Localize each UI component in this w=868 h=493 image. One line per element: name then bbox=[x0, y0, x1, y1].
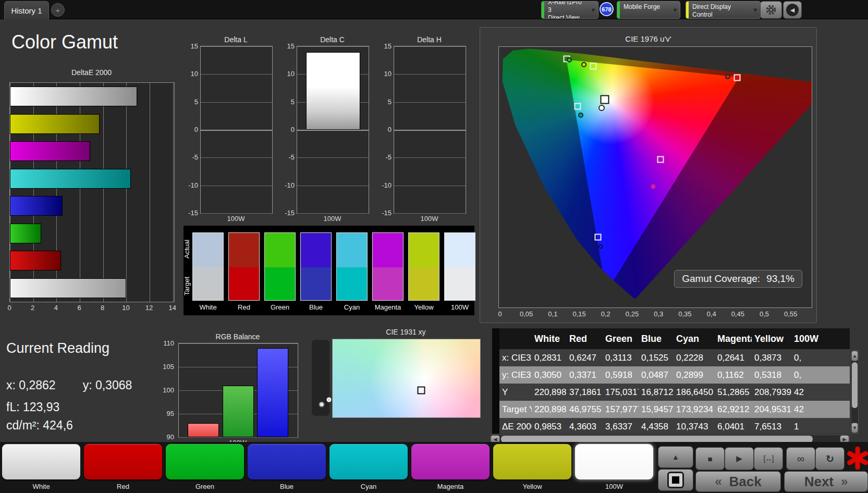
gridline bbox=[394, 74, 466, 75]
next-button[interactable]: Next » bbox=[784, 471, 868, 492]
value-cell: 157,9777 bbox=[603, 404, 639, 415]
meter-count-badge[interactable]: 678 bbox=[600, 2, 614, 16]
pattern-button-magenta[interactable]: Magenta bbox=[411, 444, 490, 490]
swatch-label: Cyan bbox=[336, 303, 368, 311]
step-mode-button[interactable]: [↔] bbox=[754, 447, 783, 470]
rgb-bar-blue bbox=[257, 348, 288, 437]
value-cell: 186,6450 bbox=[674, 387, 715, 398]
gamut-coverage-readout: Gamut Coverage: 93,1% bbox=[674, 270, 802, 288]
chevron-down-icon: ▼ bbox=[670, 7, 680, 13]
swatch-column-100w: 100W bbox=[444, 232, 475, 311]
value-cell: 15,9457 bbox=[639, 404, 674, 415]
gridline bbox=[297, 186, 369, 186]
table-edge-strip bbox=[492, 328, 499, 434]
axis-tick-label: 0,55 bbox=[784, 310, 797, 318]
pattern-patch[interactable] bbox=[248, 444, 326, 479]
pattern-button-cyan[interactable]: Cyan bbox=[329, 444, 408, 490]
pattern-patch[interactable] bbox=[2, 444, 80, 479]
pattern-patch[interactable] bbox=[411, 444, 490, 479]
table-vertical-scrollbar[interactable]: ▲ ▼ bbox=[851, 350, 859, 434]
axis-tick-label: 8 bbox=[101, 304, 104, 312]
pattern-button-green[interactable]: Green bbox=[166, 444, 244, 490]
white-measured-marker bbox=[598, 105, 605, 111]
gridline bbox=[201, 46, 272, 47]
scroll-down-button[interactable]: ▼ bbox=[851, 423, 858, 433]
pattern-button-yellow[interactable]: Yellow bbox=[493, 444, 571, 490]
white-target-marker bbox=[600, 95, 609, 104]
play-button[interactable]: ▶ bbox=[725, 447, 754, 470]
actual-swatch bbox=[372, 232, 404, 267]
delta-c-x-label: 100W bbox=[297, 215, 368, 223]
target-swatch bbox=[336, 267, 368, 301]
collapse-panel-button[interactable]: ◀ bbox=[783, 1, 802, 19]
swatch-label: White bbox=[192, 303, 224, 311]
tab-history-label: History 1 bbox=[11, 6, 42, 15]
pattern-patch[interactable] bbox=[493, 444, 571, 479]
pattern-patch-label: Cyan bbox=[329, 483, 408, 490]
expand-up-button[interactable]: ▲ bbox=[658, 446, 693, 468]
settings-button[interactable] bbox=[760, 1, 782, 19]
axis-tick-label: -5 bbox=[192, 153, 198, 161]
value-cell: 0,3371 bbox=[567, 370, 603, 380]
pattern-patch[interactable] bbox=[329, 444, 408, 479]
pattern-button-red[interactable]: Red bbox=[84, 444, 162, 490]
rgb-balance-chart bbox=[178, 343, 298, 438]
pattern-button-100w[interactable]: 100W bbox=[575, 444, 653, 490]
continuous-loop-button[interactable]: ∞ bbox=[786, 447, 815, 470]
target-swatch bbox=[372, 267, 404, 301]
delta-h-chart-title: Delta H bbox=[394, 35, 465, 44]
value-cell: 204,9531 bbox=[752, 404, 791, 415]
pattern-patch[interactable] bbox=[166, 444, 244, 479]
value-cell: 0,5318 bbox=[752, 370, 791, 380]
gridline bbox=[394, 102, 466, 103]
low-reading-b bbox=[326, 397, 331, 402]
swatch-column-blue: Blue bbox=[300, 232, 332, 311]
workflow-dropdown[interactable]: Direct Display Control ▼ bbox=[686, 1, 761, 19]
rgb-balance-chart-title: RGB Balance bbox=[178, 332, 297, 341]
stop-button[interactable]: ■ bbox=[695, 447, 725, 470]
swatch-column-yellow: Yellow bbox=[408, 232, 439, 311]
deltae-bar-blue bbox=[10, 196, 63, 216]
pattern-source-dropdown[interactable]: Mobile Forge ▼ bbox=[617, 1, 680, 19]
magenta-measured-marker bbox=[651, 184, 656, 189]
target-swatch bbox=[444, 267, 475, 301]
gridline bbox=[394, 46, 466, 47]
tab-history[interactable]: History 1 bbox=[4, 1, 49, 19]
deltae2000-chart bbox=[9, 82, 175, 302]
add-tab-button[interactable]: + bbox=[51, 3, 65, 17]
table-row: ΔE 20000,98534,36033,63374,435810,37436,… bbox=[499, 418, 850, 434]
cie1976-x-axis: 00,050,10,150,20,250,30,350,40,450,50,55 bbox=[498, 310, 811, 318]
refresh-button[interactable]: ↻ bbox=[815, 447, 845, 470]
swatch-label: 100W bbox=[444, 303, 475, 311]
stop-icon: ■ bbox=[707, 454, 712, 463]
yellow-target-marker bbox=[590, 63, 597, 69]
scroll-up-button[interactable]: ▲ bbox=[851, 351, 858, 361]
axis-tick-label: 5 bbox=[388, 97, 392, 105]
table-header-cell: White bbox=[532, 334, 567, 344]
pattern-patch[interactable] bbox=[84, 444, 162, 479]
pattern-button-white[interactable]: White bbox=[2, 444, 80, 490]
low-reading-a bbox=[319, 401, 324, 407]
axis-tick-label: 110 bbox=[163, 339, 174, 347]
value-cell: 0,2641 bbox=[715, 353, 752, 363]
back-button[interactable]: « Back bbox=[695, 471, 781, 492]
swatch-label: Magenta bbox=[372, 303, 404, 311]
swatch-column-green: Green bbox=[264, 232, 296, 311]
value-cell: 0,0487 bbox=[639, 370, 674, 380]
vertical-scroll-thumb[interactable] bbox=[852, 362, 858, 408]
magenta-target-marker bbox=[657, 156, 664, 163]
row-label-cell: Y bbox=[499, 387, 532, 398]
pattern-button-blue[interactable]: Blue bbox=[248, 444, 326, 490]
deltae-bar-red bbox=[10, 251, 61, 270]
current-reading-fl: fL: 123,93 bbox=[6, 400, 59, 414]
chevron-up-icon: ▲ bbox=[672, 453, 679, 461]
pattern-window-toggle-button[interactable] bbox=[658, 469, 693, 491]
infinity-icon: ∞ bbox=[797, 453, 804, 465]
value-cell: 0,5918 bbox=[603, 370, 639, 380]
play-icon: ▶ bbox=[736, 454, 742, 463]
value-cell: 220,8989 bbox=[532, 404, 567, 415]
meter-dropdown[interactable]: X-Rite i1Pro 3 Direct View ▼ bbox=[541, 1, 598, 19]
pattern-dropdown-label: Mobile Forge bbox=[620, 2, 670, 11]
pattern-patch[interactable] bbox=[575, 444, 653, 479]
target-swatch bbox=[408, 267, 439, 301]
